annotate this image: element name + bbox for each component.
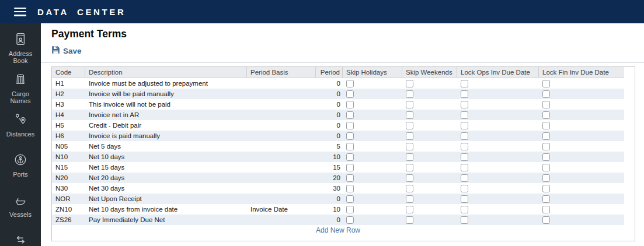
- lock-ops-inv-due-date-checkbox[interactable]: [461, 164, 468, 171]
- cell-description[interactable]: This invoice will not be paid: [85, 99, 247, 110]
- column-header-code[interactable]: Code: [52, 67, 85, 78]
- lock-fin-inv-due-date-checkbox[interactable]: [542, 111, 550, 119]
- cell-code[interactable]: NOR: [52, 194, 85, 204]
- cell-period[interactable]: 0: [316, 131, 343, 141]
- lock-ops-inv-due-date-checkbox[interactable]: [461, 90, 468, 98]
- lock-fin-inv-due-date-checkbox[interactable]: [542, 132, 550, 140]
- cell-period-basis[interactable]: [247, 194, 316, 204]
- lock-ops-inv-due-date-checkbox[interactable]: [461, 122, 468, 129]
- skip-holidays-checkbox[interactable]: [346, 122, 354, 129]
- skip-holidays-checkbox[interactable]: [346, 195, 354, 203]
- sidebar-item-vessels[interactable]: Vessels: [0, 193, 41, 233]
- skip-weekends-checkbox[interactable]: [406, 111, 413, 119]
- skip-holidays-checkbox[interactable]: [346, 185, 354, 192]
- cell-description[interactable]: Net 30 days: [85, 183, 247, 194]
- cell-period[interactable]: 5: [316, 141, 343, 152]
- cell-period-basis[interactable]: [247, 78, 316, 89]
- skip-weekends-checkbox[interactable]: [406, 101, 413, 108]
- cell-description[interactable]: Invoice net in AR: [85, 110, 247, 120]
- cell-description[interactable]: Net 10 days from invoice date: [85, 204, 247, 215]
- lock-fin-inv-due-date-checkbox[interactable]: [542, 206, 550, 213]
- cell-period-basis[interactable]: [247, 173, 316, 183]
- cell-period-basis[interactable]: [247, 120, 316, 131]
- cell-description[interactable]: Net 15 days: [85, 162, 247, 173]
- column-header-skip-weekends[interactable]: Skip Weekends: [402, 67, 457, 78]
- cell-period-basis[interactable]: Invoice Date: [247, 204, 316, 215]
- skip-holidays-checkbox[interactable]: [346, 143, 354, 150]
- lock-fin-inv-due-date-checkbox[interactable]: [542, 174, 550, 182]
- cell-period-basis[interactable]: [247, 99, 316, 110]
- cell-period-basis[interactable]: [247, 183, 316, 194]
- cell-period[interactable]: 0: [316, 120, 343, 131]
- cell-code[interactable]: N15: [52, 162, 85, 173]
- skip-weekends-checkbox[interactable]: [406, 195, 413, 203]
- column-header-lock-ops-inv-due-date[interactable]: Lock Ops Inv Due Date: [457, 67, 539, 78]
- lock-ops-inv-due-date-checkbox[interactable]: [461, 206, 468, 213]
- cell-code[interactable]: H5: [52, 120, 85, 131]
- cell-code[interactable]: H4: [52, 110, 85, 120]
- cell-code[interactable]: H2: [52, 89, 85, 99]
- lock-ops-inv-due-date-checkbox[interactable]: [461, 143, 468, 150]
- cell-period[interactable]: 30: [316, 183, 343, 194]
- skip-weekends-checkbox[interactable]: [406, 185, 413, 192]
- lock-ops-inv-due-date-checkbox[interactable]: [461, 111, 468, 119]
- cell-description[interactable]: Invoice will be paid manually: [85, 89, 247, 99]
- cell-period-basis[interactable]: [247, 152, 316, 162]
- skip-holidays-checkbox[interactable]: [346, 111, 354, 119]
- cell-code[interactable]: H6: [52, 131, 85, 141]
- skip-holidays-checkbox[interactable]: [346, 216, 354, 224]
- cell-period[interactable]: 20: [316, 173, 343, 183]
- skip-holidays-checkbox[interactable]: [346, 206, 354, 213]
- lock-ops-inv-due-date-checkbox[interactable]: [461, 101, 468, 108]
- sidebar-item-distances[interactable]: Distances: [0, 113, 41, 153]
- skip-holidays-checkbox[interactable]: [346, 80, 354, 87]
- skip-weekends-checkbox[interactable]: [406, 132, 413, 140]
- save-button[interactable]: Save: [51, 45, 82, 56]
- cell-code[interactable]: N30: [52, 183, 85, 194]
- lock-fin-inv-due-date-checkbox[interactable]: [542, 80, 550, 87]
- lock-fin-inv-due-date-checkbox[interactable]: [542, 122, 550, 129]
- cell-code[interactable]: H1: [52, 78, 85, 89]
- column-header-period[interactable]: Period: [316, 67, 343, 78]
- lock-fin-inv-due-date-checkbox[interactable]: [542, 153, 550, 161]
- lock-fin-inv-due-date-checkbox[interactable]: [542, 216, 550, 224]
- cell-period-basis[interactable]: [247, 215, 316, 225]
- lock-fin-inv-due-date-checkbox[interactable]: [542, 143, 550, 150]
- skip-weekends-checkbox[interactable]: [406, 80, 413, 87]
- skip-holidays-checkbox[interactable]: [346, 174, 354, 182]
- skip-weekends-checkbox[interactable]: [406, 216, 413, 224]
- cell-period[interactable]: 0: [316, 215, 343, 225]
- cell-code[interactable]: ZN10: [52, 204, 85, 215]
- skip-weekends-checkbox[interactable]: [406, 143, 413, 150]
- cell-period-basis[interactable]: [247, 162, 316, 173]
- skip-weekends-checkbox[interactable]: [406, 153, 413, 161]
- cell-period-basis[interactable]: [247, 89, 316, 99]
- lock-fin-inv-due-date-checkbox[interactable]: [542, 101, 550, 108]
- cell-period[interactable]: 10: [316, 204, 343, 215]
- lock-ops-inv-due-date-checkbox[interactable]: [461, 80, 468, 87]
- skip-holidays-checkbox[interactable]: [346, 90, 354, 98]
- lock-ops-inv-due-date-checkbox[interactable]: [461, 132, 468, 140]
- cell-description[interactable]: Net Upon Receipt: [85, 194, 247, 204]
- skip-holidays-checkbox[interactable]: [346, 132, 354, 140]
- sidebar-item-address-book[interactable]: Address Book: [0, 32, 41, 72]
- cell-code[interactable]: ZS26: [52, 215, 85, 225]
- skip-weekends-checkbox[interactable]: [406, 122, 413, 129]
- column-header-lock-fin-inv-due-date[interactable]: Lock Fin Inv Due Date: [539, 67, 624, 78]
- lock-fin-inv-due-date-checkbox[interactable]: [542, 164, 550, 171]
- cell-code[interactable]: N20: [52, 173, 85, 183]
- cell-description[interactable]: Pay Immediately Due Net: [85, 215, 247, 225]
- cell-description[interactable]: Credit - Debit pair: [85, 120, 247, 131]
- sidebar-item-cargo-names[interactable]: Cargo Names: [0, 72, 41, 113]
- sidebar-item-ports[interactable]: Ports: [0, 153, 41, 193]
- lock-ops-inv-due-date-checkbox[interactable]: [461, 195, 468, 203]
- cell-code[interactable]: N10: [52, 152, 85, 162]
- cell-description[interactable]: Invoice is paid manually: [85, 131, 247, 141]
- cell-period-basis[interactable]: [247, 110, 316, 120]
- lock-ops-inv-due-date-checkbox[interactable]: [461, 174, 468, 182]
- skip-weekends-checkbox[interactable]: [406, 174, 413, 182]
- add-new-row-button[interactable]: Add New Row: [52, 225, 624, 236]
- skip-weekends-checkbox[interactable]: [406, 90, 413, 98]
- cell-code[interactable]: N05: [52, 141, 85, 152]
- lock-ops-inv-due-date-checkbox[interactable]: [461, 216, 468, 224]
